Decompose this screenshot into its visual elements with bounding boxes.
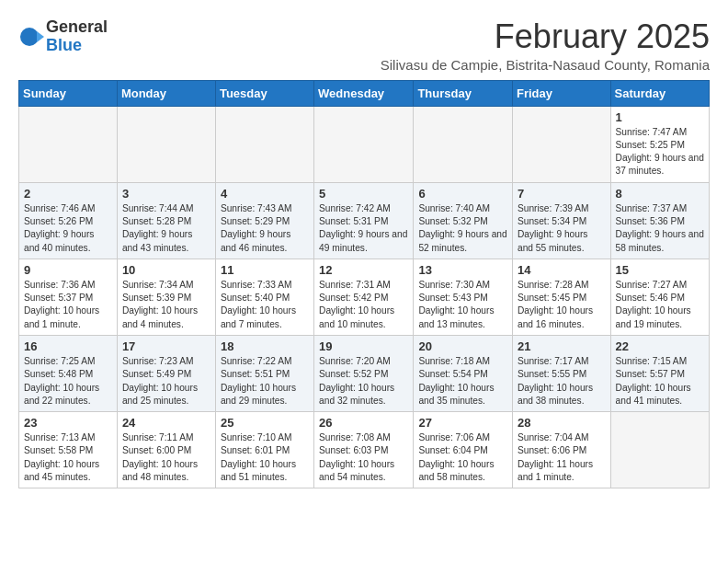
svg-point-0 — [20, 28, 39, 46]
calendar-cell: 6Sunrise: 7:40 AM Sunset: 5:32 PM Daylig… — [414, 182, 513, 259]
day-info: Sunrise: 7:23 AM Sunset: 5:49 PM Dayligh… — [122, 355, 210, 408]
day-info: Sunrise: 7:18 AM Sunset: 5:54 PM Dayligh… — [418, 355, 507, 408]
logo-text: General Blue — [46, 18, 108, 55]
calendar-cell: 22Sunrise: 7:15 AM Sunset: 5:57 PM Dayli… — [610, 335, 709, 411]
day-number: 15 — [616, 263, 704, 277]
day-number: 24 — [122, 416, 210, 430]
logo-icon — [18, 24, 44, 50]
calendar-cell: 11Sunrise: 7:33 AM Sunset: 5:40 PM Dayli… — [215, 259, 313, 335]
day-info: Sunrise: 7:17 AM Sunset: 5:55 PM Dayligh… — [518, 355, 606, 408]
calendar-cell: 19Sunrise: 7:20 AM Sunset: 5:52 PM Dayli… — [314, 335, 414, 411]
location-subtitle: Silivasu de Campie, Bistrita-Nasaud Coun… — [381, 57, 710, 73]
day-number: 7 — [518, 187, 606, 201]
weekday-header-tuesday: Tuesday — [215, 80, 313, 106]
calendar-cell — [610, 412, 709, 488]
day-info: Sunrise: 7:20 AM Sunset: 5:52 PM Dayligh… — [319, 355, 408, 408]
calendar-week-row-5: 23Sunrise: 7:13 AM Sunset: 5:58 PM Dayli… — [19, 412, 710, 488]
calendar-cell: 17Sunrise: 7:23 AM Sunset: 5:49 PM Dayli… — [117, 335, 215, 411]
calendar-cell — [19, 106, 118, 182]
day-number: 26 — [319, 416, 408, 430]
calendar-cell: 15Sunrise: 7:27 AM Sunset: 5:46 PM Dayli… — [610, 259, 709, 335]
day-number: 3 — [122, 187, 210, 201]
calendar-cell: 27Sunrise: 7:06 AM Sunset: 6:04 PM Dayli… — [414, 412, 513, 488]
calendar-week-row-1: 1Sunrise: 7:47 AM Sunset: 5:25 PM Daylig… — [19, 106, 710, 182]
day-info: Sunrise: 7:22 AM Sunset: 5:51 PM Dayligh… — [221, 355, 309, 408]
day-info: Sunrise: 7:10 AM Sunset: 6:01 PM Dayligh… — [221, 431, 309, 484]
day-number: 19 — [319, 339, 408, 353]
calendar-cell: 1Sunrise: 7:47 AM Sunset: 5:25 PM Daylig… — [610, 106, 709, 182]
calendar-cell: 16Sunrise: 7:25 AM Sunset: 5:48 PM Dayli… — [19, 335, 118, 411]
day-number: 21 — [518, 339, 606, 353]
calendar-week-row-3: 9Sunrise: 7:36 AM Sunset: 5:37 PM Daylig… — [19, 259, 710, 335]
calendar-body: 1Sunrise: 7:47 AM Sunset: 5:25 PM Daylig… — [19, 106, 710, 488]
day-info: Sunrise: 7:39 AM Sunset: 5:34 PM Dayligh… — [518, 202, 606, 255]
calendar-cell: 20Sunrise: 7:18 AM Sunset: 5:54 PM Dayli… — [414, 335, 513, 411]
day-number: 22 — [616, 339, 704, 353]
weekday-header-sunday: Sunday — [19, 80, 118, 106]
day-info: Sunrise: 7:30 AM Sunset: 5:43 PM Dayligh… — [418, 279, 507, 331]
day-info: Sunrise: 7:28 AM Sunset: 5:45 PM Dayligh… — [518, 279, 606, 331]
weekday-header-monday: Monday — [117, 80, 215, 106]
title-area: February 2025 Silivasu de Campie, Bistri… — [381, 18, 710, 73]
weekday-header-saturday: Saturday — [610, 80, 709, 106]
day-number: 6 — [418, 187, 507, 201]
logo-general: General — [46, 18, 108, 37]
day-info: Sunrise: 7:37 AM Sunset: 5:36 PM Dayligh… — [616, 202, 704, 255]
calendar-cell: 13Sunrise: 7:30 AM Sunset: 5:43 PM Dayli… — [414, 259, 513, 335]
calendar-cell: 25Sunrise: 7:10 AM Sunset: 6:01 PM Dayli… — [215, 412, 313, 488]
day-info: Sunrise: 7:44 AM Sunset: 5:28 PM Dayligh… — [122, 202, 210, 255]
weekday-header-friday: Friday — [512, 80, 610, 106]
svg-marker-1 — [37, 31, 44, 42]
day-info: Sunrise: 7:47 AM Sunset: 5:25 PM Dayligh… — [616, 126, 704, 178]
calendar-cell: 14Sunrise: 7:28 AM Sunset: 5:45 PM Dayli… — [512, 259, 610, 335]
logo-blue: Blue — [46, 37, 108, 55]
calendar-cell: 10Sunrise: 7:34 AM Sunset: 5:39 PM Dayli… — [117, 259, 215, 335]
day-info: Sunrise: 7:11 AM Sunset: 6:00 PM Dayligh… — [122, 431, 210, 484]
day-number: 10 — [122, 263, 210, 277]
month-year-title: February 2025 — [381, 18, 710, 55]
day-number: 20 — [418, 339, 507, 353]
day-number: 2 — [24, 187, 112, 201]
calendar-cell: 8Sunrise: 7:37 AM Sunset: 5:36 PM Daylig… — [610, 182, 709, 259]
calendar-cell: 23Sunrise: 7:13 AM Sunset: 5:58 PM Dayli… — [19, 412, 118, 488]
calendar-cell: 26Sunrise: 7:08 AM Sunset: 6:03 PM Dayli… — [314, 412, 414, 488]
day-number: 4 — [221, 187, 309, 201]
logo: General Blue — [18, 18, 108, 55]
day-info: Sunrise: 7:46 AM Sunset: 5:26 PM Dayligh… — [24, 202, 112, 255]
day-number: 8 — [616, 187, 704, 201]
calendar-cell — [117, 106, 215, 182]
calendar-cell: 18Sunrise: 7:22 AM Sunset: 5:51 PM Dayli… — [215, 335, 313, 411]
day-info: Sunrise: 7:25 AM Sunset: 5:48 PM Dayligh… — [24, 355, 112, 408]
day-number: 16 — [24, 339, 112, 353]
day-info: Sunrise: 7:33 AM Sunset: 5:40 PM Dayligh… — [221, 279, 309, 331]
calendar-cell: 24Sunrise: 7:11 AM Sunset: 6:00 PM Dayli… — [117, 412, 215, 488]
day-number: 12 — [319, 263, 408, 277]
page-header: General Blue February 2025 Silivasu de C… — [18, 18, 710, 73]
calendar-week-row-4: 16Sunrise: 7:25 AM Sunset: 5:48 PM Dayli… — [19, 335, 710, 411]
day-info: Sunrise: 7:08 AM Sunset: 6:03 PM Dayligh… — [319, 431, 408, 484]
calendar-cell — [512, 106, 610, 182]
day-info: Sunrise: 7:06 AM Sunset: 6:04 PM Dayligh… — [418, 431, 507, 484]
calendar-table: SundayMondayTuesdayWednesdayThursdayFrid… — [18, 80, 710, 489]
calendar-cell: 12Sunrise: 7:31 AM Sunset: 5:42 PM Dayli… — [314, 259, 414, 335]
calendar-cell — [414, 106, 513, 182]
day-info: Sunrise: 7:42 AM Sunset: 5:31 PM Dayligh… — [319, 202, 408, 255]
day-number: 28 — [518, 416, 606, 430]
day-number: 23 — [24, 416, 112, 430]
day-number: 27 — [418, 416, 507, 430]
calendar-week-row-2: 2Sunrise: 7:46 AM Sunset: 5:26 PM Daylig… — [19, 182, 710, 259]
weekday-header-wednesday: Wednesday — [314, 80, 414, 106]
day-info: Sunrise: 7:34 AM Sunset: 5:39 PM Dayligh… — [122, 279, 210, 331]
day-info: Sunrise: 7:15 AM Sunset: 5:57 PM Dayligh… — [616, 355, 704, 408]
day-number: 11 — [221, 263, 309, 277]
day-number: 5 — [319, 187, 408, 201]
calendar-cell: 4Sunrise: 7:43 AM Sunset: 5:29 PM Daylig… — [215, 182, 313, 259]
day-number: 1 — [616, 110, 704, 124]
calendar-cell: 21Sunrise: 7:17 AM Sunset: 5:55 PM Dayli… — [512, 335, 610, 411]
day-info: Sunrise: 7:40 AM Sunset: 5:32 PM Dayligh… — [418, 202, 507, 255]
calendar-cell: 7Sunrise: 7:39 AM Sunset: 5:34 PM Daylig… — [512, 182, 610, 259]
day-info: Sunrise: 7:13 AM Sunset: 5:58 PM Dayligh… — [24, 431, 112, 484]
day-number: 25 — [221, 416, 309, 430]
day-number: 18 — [221, 339, 309, 353]
day-info: Sunrise: 7:04 AM Sunset: 6:06 PM Dayligh… — [518, 431, 606, 484]
